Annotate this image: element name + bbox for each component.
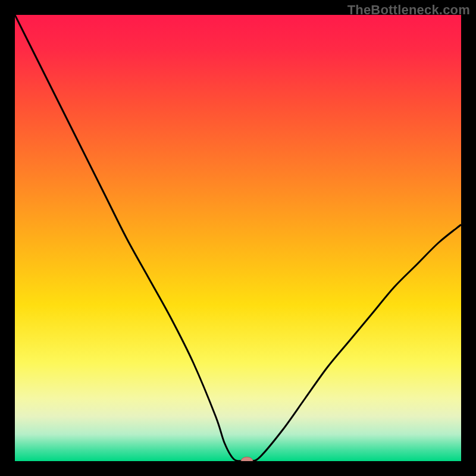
chart-svg bbox=[15, 15, 461, 461]
chart-plot-area bbox=[15, 15, 461, 461]
watermark-text: TheBottleneck.com bbox=[347, 2, 470, 18]
chart-frame: TheBottleneck.com bbox=[0, 0, 476, 476]
chart-background bbox=[15, 15, 461, 461]
